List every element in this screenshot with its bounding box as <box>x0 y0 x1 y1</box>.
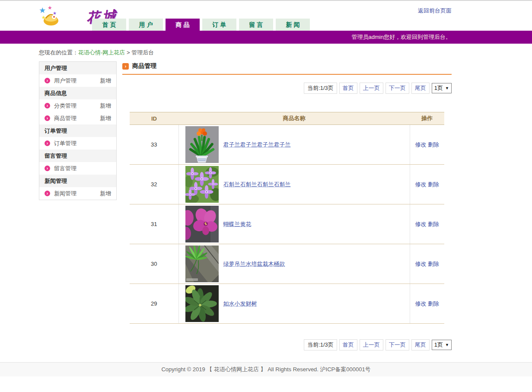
nav-tab-goods[interactable]: 商 品 <box>166 19 200 31</box>
first-page-link[interactable]: 首页 <box>339 339 357 351</box>
main-nav: 首 页 用 户 商 品 订 单 留 言 新 闻 <box>92 19 310 31</box>
chevron-circle-icon: › <box>45 115 50 121</box>
edit-link[interactable]: 修改 <box>415 261 426 267</box>
goods-table: ID 商品名称 操作 33 <box>130 112 444 324</box>
col-header-id: ID <box>130 112 178 125</box>
sidebar-item-news-manage[interactable]: › 新闻管理 新增 <box>39 187 116 200</box>
delete-link[interactable]: 删除 <box>428 261 439 267</box>
sidebar: 用户管理 › 用户管理 新增 商品信息 › 分类管理 新增 › 商品管理 新增 … <box>39 61 117 200</box>
page-select[interactable]: 1页 ▼ <box>432 340 452 350</box>
dropdown-arrow-icon: ▼ <box>445 343 449 347</box>
product-name-link[interactable]: 石斛兰石斛兰石斛兰石斛兰 <box>223 181 291 188</box>
pagination-bottom: 当前:1/3页 首页 上一页 下一页 尾页 1页 ▼ <box>122 339 452 351</box>
table-row: 32 <box>130 165 444 204</box>
product-image-spider-plant[interactable] <box>185 245 219 282</box>
dropdown-arrow-icon: ▼ <box>445 86 449 90</box>
add-news-link[interactable]: 新增 <box>100 190 111 198</box>
chevron-circle-icon: › <box>45 78 50 83</box>
product-name-link[interactable]: 绿萝吊兰水培盆栽木桶款 <box>223 260 285 268</box>
chevron-circle-icon: › <box>45 191 50 196</box>
sidebar-group-messages: 留言管理 <box>39 150 116 162</box>
sidebar-group-goods: 商品信息 <box>39 87 116 99</box>
back-to-front-link[interactable]: 返回前台页面 <box>418 7 452 15</box>
prev-page-link[interactable]: 上一页 <box>360 339 383 351</box>
svg-text:★: ★ <box>41 15 46 20</box>
breadcrumb: 您现在的位置：花语心情-网上花店 > 管理后台 <box>39 49 532 57</box>
sidebar-item-order-manage[interactable]: › 订单管理 <box>39 137 116 150</box>
product-id: 29 <box>130 284 178 324</box>
orange-arrow-icon: › <box>122 63 129 70</box>
svg-text:★: ★ <box>39 6 46 15</box>
flower-basket-logo-icon: ★ ★ ★ ★ <box>38 3 86 29</box>
last-page-link[interactable]: 尾页 <box>411 339 430 351</box>
edit-link[interactable]: 修改 <box>415 221 426 227</box>
product-image-schefflera[interactable] <box>185 285 219 322</box>
table-header-row: ID 商品名称 操作 <box>130 112 444 125</box>
col-header-name: 商品名称 <box>178 112 410 125</box>
prev-page-link[interactable]: 上一页 <box>360 83 383 94</box>
add-category-link[interactable]: 新增 <box>100 102 111 110</box>
product-image-clivia[interactable] <box>185 126 219 163</box>
sidebar-group-users: 用户管理 <box>39 62 116 74</box>
product-id: 32 <box>130 165 178 204</box>
delete-link[interactable]: 删除 <box>428 181 439 188</box>
breadcrumb-current: 管理后台 <box>131 49 154 56</box>
sidebar-group-news: 新闻管理 <box>39 175 116 187</box>
next-page-link[interactable]: 下一页 <box>385 339 409 351</box>
edit-link[interactable]: 修改 <box>415 300 426 307</box>
main-content: › 商品管理 当前:1/3页 首页 上一页 下一页 尾页 1页 ▼ ID 商品名… <box>122 61 452 351</box>
sidebar-item-user-manage[interactable]: › 用户管理 新增 <box>39 74 116 87</box>
product-name-link[interactable]: 如水小发财树 <box>223 300 257 308</box>
last-page-link[interactable]: 尾页 <box>411 83 430 94</box>
add-user-link[interactable]: 新增 <box>100 77 111 85</box>
table-row: 31 <box>130 204 444 244</box>
header: ★ ★ ★ ★ 花城 返回前台页面 首 页 用 户 商 品 订 单 留 言 新 … <box>0 1 532 31</box>
delete-link[interactable]: 删除 <box>428 300 439 307</box>
table-row: 30 <box>130 244 444 284</box>
chevron-circle-icon: › <box>45 166 50 171</box>
product-name-link[interactable]: 蝴蝶兰黄花 <box>223 220 252 228</box>
product-name-link[interactable]: 君子兰君子兰君子兰君子兰 <box>223 141 291 149</box>
nav-tab-users[interactable]: 用 户 <box>129 19 163 31</box>
nav-tab-home[interactable]: 首 页 <box>92 19 126 31</box>
product-id: 31 <box>130 204 178 244</box>
sidebar-item-category-manage[interactable]: › 分类管理 新增 <box>39 99 116 112</box>
product-id: 30 <box>130 244 178 284</box>
breadcrumb-separator: > <box>125 49 131 56</box>
delete-link[interactable]: 删除 <box>428 141 439 148</box>
breadcrumb-site-link[interactable]: 花语心情-网上花店 <box>78 49 125 56</box>
nav-tab-messages[interactable]: 留 言 <box>239 19 273 31</box>
pagination-top: 当前:1/3页 首页 上一页 下一页 尾页 1页 ▼ <box>122 83 452 94</box>
sidebar-group-orders: 订单管理 <box>39 124 116 137</box>
breadcrumb-prefix: 您现在的位置： <box>39 49 78 56</box>
next-page-link[interactable]: 下一页 <box>385 83 409 94</box>
footer-copyright: Copyright © 2019 【 花语心情网上花店 】 All Rights… <box>0 362 532 376</box>
page-select[interactable]: 1页 ▼ <box>432 83 452 93</box>
edit-link[interactable]: 修改 <box>415 141 426 148</box>
chevron-circle-icon: › <box>45 103 50 108</box>
svg-text:★: ★ <box>48 5 52 11</box>
page-title: › 商品管理 <box>122 61 452 75</box>
delete-link[interactable]: 删除 <box>428 221 439 227</box>
product-image-dendrobium[interactable] <box>185 166 219 203</box>
table-row: 29 <box>130 284 444 324</box>
col-header-actions: 操作 <box>410 112 444 125</box>
edit-link[interactable]: 修改 <box>415 181 426 188</box>
pagination-status: 当前:1/3页 <box>304 83 337 94</box>
nav-tab-news[interactable]: 新 闻 <box>276 19 310 31</box>
product-id: 33 <box>130 125 178 165</box>
product-image-phalaenopsis[interactable] <box>185 206 219 242</box>
sidebar-item-message-manage[interactable]: › 留言管理 <box>39 162 116 175</box>
table-row: 33 <box>130 125 444 165</box>
nav-tab-orders[interactable]: 订 单 <box>202 19 236 31</box>
admin-welcome-bar: 管理员admin您好，欢迎回到管理后台。 <box>0 31 532 44</box>
first-page-link[interactable]: 首页 <box>339 83 357 94</box>
add-goods-link[interactable]: 新增 <box>100 115 111 122</box>
sidebar-item-goods-manage[interactable]: › 商品管理 新增 <box>39 112 116 124</box>
chevron-circle-icon: › <box>45 140 50 146</box>
pagination-status: 当前:1/3页 <box>304 339 337 351</box>
